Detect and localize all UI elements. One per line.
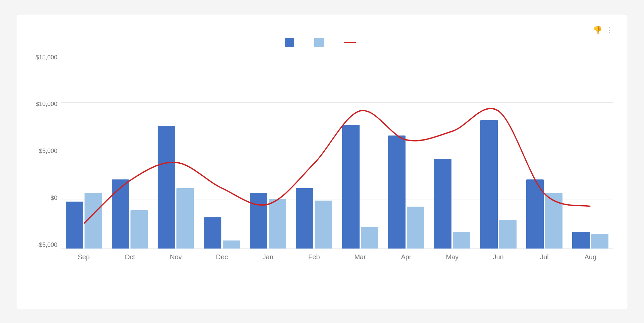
bar-income-aug[interactable] bbox=[572, 232, 590, 248]
bars-container bbox=[61, 54, 613, 249]
y-label-neg5000: -$5,000 bbox=[31, 241, 57, 249]
x-label-oct: Oct bbox=[107, 249, 153, 269]
bar-expense-apr[interactable] bbox=[407, 207, 424, 249]
legend-profit-line bbox=[344, 42, 356, 43]
y-axis: $15,000 $10,000 $5,000 $0 -$5,000 bbox=[31, 54, 57, 269]
bar-expense-jul[interactable] bbox=[545, 193, 562, 248]
month-group-aug bbox=[568, 54, 613, 249]
bar-income-sep[interactable] bbox=[66, 202, 83, 248]
bar-income-jul[interactable] bbox=[526, 179, 544, 249]
month-group-may bbox=[429, 54, 475, 249]
month-group-apr bbox=[383, 54, 429, 249]
x-label-sep: Sep bbox=[61, 249, 107, 269]
month-group-mar bbox=[337, 54, 383, 249]
x-label-may: May bbox=[429, 249, 475, 269]
widget-header: 👎 ⋮ bbox=[31, 24, 613, 35]
chart-legend bbox=[31, 38, 613, 47]
month-group-jan bbox=[245, 54, 291, 249]
bar-expense-may[interactable] bbox=[453, 232, 470, 248]
bar-expense-jan[interactable] bbox=[269, 199, 286, 249]
x-label-mar: Mar bbox=[337, 249, 383, 269]
y-label-5000: $5,000 bbox=[31, 148, 57, 155]
x-axis: SepOctNovDecJanFebMarAprMayJunJulAug bbox=[61, 249, 613, 269]
bar-expense-nov[interactable] bbox=[176, 188, 194, 249]
bar-expense-mar[interactable] bbox=[361, 227, 378, 249]
x-label-jul: Jul bbox=[521, 249, 567, 269]
bar-expense-aug[interactable] bbox=[591, 234, 608, 249]
widget-actions: 👎 ⋮ bbox=[593, 26, 613, 35]
month-group-nov bbox=[153, 54, 199, 249]
month-group-jul bbox=[521, 54, 567, 249]
thumbs-down-icon[interactable]: 👎 bbox=[593, 26, 602, 35]
bar-expense-dec[interactable] bbox=[223, 240, 240, 248]
bar-expense-jun[interactable] bbox=[499, 220, 517, 248]
bar-income-jan[interactable] bbox=[250, 193, 267, 248]
chart-area: $15,000 $10,000 $5,000 $0 -$5,000 SepOct… bbox=[61, 54, 613, 269]
bar-expense-sep[interactable] bbox=[85, 193, 102, 248]
bar-income-jun[interactable] bbox=[480, 120, 498, 249]
legend-profit bbox=[344, 42, 359, 43]
bar-income-nov[interactable] bbox=[158, 126, 175, 248]
bar-income-apr[interactable] bbox=[388, 136, 406, 248]
month-group-dec bbox=[199, 54, 245, 249]
x-label-apr: Apr bbox=[383, 249, 429, 269]
y-label-15000: $15,000 bbox=[31, 54, 57, 61]
x-label-jan: Jan bbox=[245, 249, 291, 269]
month-group-jun bbox=[475, 54, 521, 249]
x-label-dec: Dec bbox=[199, 249, 245, 269]
legend-income bbox=[285, 38, 298, 47]
bar-income-oct[interactable] bbox=[112, 179, 129, 249]
legend-expenses bbox=[314, 38, 327, 47]
month-group-oct bbox=[107, 54, 153, 249]
bar-income-mar[interactable] bbox=[342, 125, 360, 248]
bar-expense-oct[interactable] bbox=[130, 210, 148, 248]
month-group-sep bbox=[61, 54, 107, 249]
y-label-10000: $10,000 bbox=[31, 101, 57, 108]
bar-expense-feb[interactable] bbox=[315, 201, 332, 248]
bar-income-dec[interactable] bbox=[204, 217, 221, 249]
x-label-feb: Feb bbox=[291, 249, 337, 269]
x-label-nov: Nov bbox=[153, 249, 199, 269]
y-label-0: $0 bbox=[31, 195, 57, 202]
month-group-feb bbox=[291, 54, 337, 249]
widget-container: 👎 ⋮ $15,000 $10,000 $5,000 $0 -$5,000 bbox=[17, 14, 627, 309]
x-label-jun: Jun bbox=[475, 249, 521, 269]
legend-income-box bbox=[285, 38, 294, 47]
more-icon[interactable]: ⋮ bbox=[606, 26, 613, 35]
bar-income-feb[interactable] bbox=[296, 188, 313, 249]
bar-income-may[interactable] bbox=[434, 159, 451, 249]
x-label-aug: Aug bbox=[568, 249, 613, 269]
legend-expense-box bbox=[314, 38, 324, 47]
